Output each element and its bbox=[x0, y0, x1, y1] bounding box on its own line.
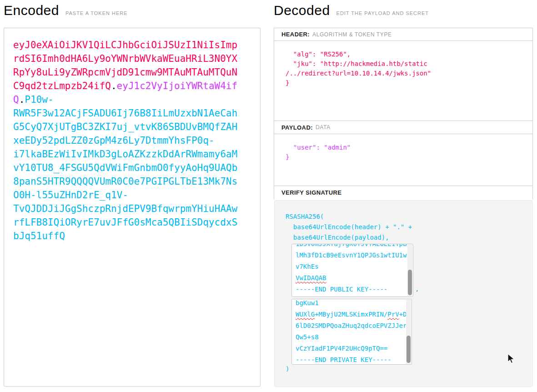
private-key-line: bgKuw1 bbox=[296, 299, 412, 309]
verify-signature-content: RSASHA256( base64UrlEncode(header) + "."… bbox=[274, 200, 533, 387]
public-key-scrollbar-thumb[interactable] bbox=[408, 270, 412, 295]
header-section-sublabel: ALGORITHM & TOKEN TYPE bbox=[312, 31, 392, 38]
private-key-line: vCzYIadF1PV4F2UHcQ9pTQ== bbox=[296, 343, 412, 354]
encoded-title: Encoded bbox=[4, 3, 59, 18]
private-key-text[interactable]: bgKuw1WUXlG+MByjU2MLSKimxPRIN/PrV+D6lD02… bbox=[292, 299, 412, 365]
token-dot-2: . bbox=[19, 94, 25, 105]
decoded-title-row: Decoded EDIT THE PAYLOAD AND SECRET bbox=[274, 3, 429, 18]
private-key-misspelled: WUXlG bbox=[296, 311, 315, 318]
private-key-textarea[interactable]: bgKuw1WUXlG+MByjU2MLSKimxPRIN/PrV+D6lD02… bbox=[291, 299, 412, 365]
private-key-line-part: +MByjU2MLSKimxPRIN/ bbox=[315, 311, 387, 318]
public-key-line: VwIDAQAB bbox=[296, 272, 413, 284]
public-key-line: 1D5V0mJJXTaj7gK0TJVYAEOEE1YpB bbox=[296, 244, 413, 250]
private-key-line: 6lD02SMDPQoaZHuq2qdcoEPVZJJer bbox=[296, 320, 412, 332]
verify-signature-section: VERIFY SIGNATURE bbox=[274, 186, 533, 199]
private-key-misspelled: PrV bbox=[387, 311, 399, 318]
mouse-cursor-icon bbox=[506, 353, 516, 364]
payload-json-editor[interactable]: "user": "admin" } bbox=[274, 134, 532, 162]
decoded-title: Decoded bbox=[274, 3, 330, 18]
verify-algorithm-code: RSASHA256( base64UrlEncode(header) + "."… bbox=[286, 211, 412, 243]
verify-close-paren: ) bbox=[286, 365, 289, 372]
public-key-text[interactable]: 1D5V0mJJXTaj7gK0TJVYAEOEE1YpBlMh3fD1cB9e… bbox=[292, 244, 413, 295]
public-key-line-misspelled: VwIDAQAB bbox=[296, 274, 326, 281]
header-section-label: HEADER: bbox=[281, 31, 310, 38]
header-json-editor[interactable]: "alg": "RS256", "jku": "http://hackmedia… bbox=[274, 41, 532, 88]
verify-section-label: VERIFY SIGNATURE bbox=[281, 189, 341, 196]
token-signature-segment[interactable]: P10w-RWR5F3w12ACjFSADU6Ij76B8IiLmUzxbN1A… bbox=[13, 94, 237, 241]
private-key-line: -----END PRIVATE KEY----- bbox=[296, 354, 412, 365]
header-section-label-row: HEADER: ALGORITHM & TOKEN TYPE bbox=[274, 28, 532, 41]
public-key-line: v7KhEs bbox=[296, 261, 413, 272]
public-key-line: lMh3fD1cB9eEsvnY1QPJGs1wtIU1w bbox=[296, 250, 413, 261]
decoded-subtitle: EDIT THE PAYLOAD AND SECRET bbox=[336, 10, 429, 16]
payload-section-sublabel: DATA bbox=[316, 124, 331, 131]
encoded-token-editor[interactable]: eyJ0eXAiOiJKV1QiLCJhbGciOiJSUzI1NiIsImpr… bbox=[4, 28, 261, 387]
private-key-line-part: +D bbox=[399, 311, 407, 318]
private-key-scrollbar[interactable] bbox=[406, 300, 411, 364]
private-key-line: Qw5+s8 bbox=[296, 332, 412, 343]
jwt-debugger-page: Encoded PASTE A TOKEN HERE eyJ0eXAiOiJKV… bbox=[0, 0, 537, 392]
private-key-line: WUXlG+MByjU2MLSKimxPRIN/PrV+D bbox=[296, 309, 412, 320]
encoded-title-row: Encoded PASTE A TOKEN HERE bbox=[4, 3, 128, 18]
private-key-scrollbar-thumb[interactable] bbox=[407, 336, 411, 363]
payload-section-label: PAYLOAD: bbox=[281, 124, 313, 131]
decoded-header-section: HEADER: ALGORITHM & TOKEN TYPE "alg": "R… bbox=[274, 28, 533, 121]
verify-comma: , bbox=[415, 285, 419, 292]
verify-section-label-row: VERIFY SIGNATURE bbox=[274, 186, 532, 199]
encoded-token-text[interactable]: eyJ0eXAiOiJKV1QiLCJhbGciOiJSUzI1NiIsImpr… bbox=[13, 38, 241, 243]
payload-section-label-row: PAYLOAD: DATA bbox=[274, 121, 532, 134]
public-key-scrollbar[interactable] bbox=[407, 245, 412, 296]
token-dot-1: . bbox=[111, 80, 117, 91]
encoded-subtitle: PASTE A TOKEN HERE bbox=[65, 10, 128, 16]
public-key-textarea[interactable]: 1D5V0mJJXTaj7gK0TJVYAEOEE1YpBlMh3fD1cB9e… bbox=[291, 244, 413, 297]
decoded-payload-section: PAYLOAD: DATA "user": "admin" } bbox=[274, 121, 533, 186]
public-key-line: -----END PUBLIC KEY----- bbox=[296, 284, 413, 295]
